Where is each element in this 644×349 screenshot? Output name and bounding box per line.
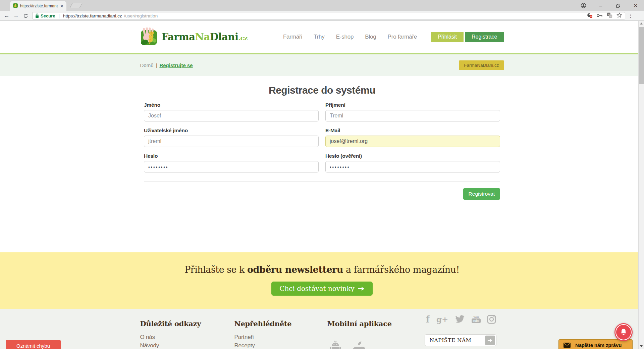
url-path: /user/registration bbox=[124, 13, 158, 18]
username-input[interactable] bbox=[144, 136, 319, 147]
main-nav: Farmáři Trhy E-shop Blog Pro farmáře Při… bbox=[283, 32, 504, 42]
write-us-label: NAPIŠTE NÁM bbox=[430, 337, 485, 343]
form-divider bbox=[144, 181, 500, 182]
logo-text: FarmaNaDlani.cz bbox=[162, 31, 248, 43]
youtube-icon[interactable]: You Tube bbox=[472, 316, 481, 323]
back-button[interactable]: ← bbox=[2, 12, 11, 20]
lock-icon bbox=[35, 13, 39, 18]
footer-link-partneri[interactable]: Partneři bbox=[234, 333, 292, 342]
email-input[interactable] bbox=[325, 136, 500, 147]
site-badge[interactable]: FarmaNaDlani.cz bbox=[459, 60, 504, 70]
facebook-icon[interactable]: f bbox=[426, 315, 430, 324]
first-name-label: Jméno bbox=[144, 102, 319, 108]
footer-heading-links: Důležité odkazy bbox=[140, 319, 201, 328]
browser-tab[interactable]: https://trziste.farmanadla ✕ bbox=[10, 1, 66, 11]
extension-blocker-icon[interactable] bbox=[587, 12, 593, 19]
footer-heading-highlights: Nepřehlédněte bbox=[234, 319, 292, 328]
instagram-icon[interactable] bbox=[487, 315, 496, 324]
field-email: E-Mail bbox=[325, 128, 500, 147]
breadcrumb-current[interactable]: Registrujte se bbox=[159, 62, 193, 68]
refresh-button[interactable] bbox=[21, 12, 30, 20]
field-username: Uživatelské jméno bbox=[144, 128, 319, 147]
scrollbar-thumb[interactable] bbox=[639, 27, 644, 84]
bell-ring bbox=[615, 324, 632, 340]
apple-app-icon[interactable] bbox=[350, 341, 367, 349]
tab-title: https://trziste.farmanadla bbox=[20, 4, 58, 8]
address-bar[interactable]: Secure | https://trziste.farmanadlani.cz… bbox=[32, 12, 625, 19]
registration-section: Registrace do systému Jméno Příjmení Uži… bbox=[0, 85, 644, 252]
submit-registration-button[interactable]: Registrovat bbox=[463, 188, 500, 200]
close-window-button[interactable]: ✕ bbox=[632, 2, 639, 9]
omnibox-separator: | bbox=[58, 13, 60, 18]
field-first-name: Jméno bbox=[144, 102, 319, 121]
login-button[interactable]: Přihlásit bbox=[431, 32, 464, 42]
newsletter-subscribe-button[interactable]: Chci dostávat novinky bbox=[271, 282, 373, 296]
nav-item-blog[interactable]: Blog bbox=[365, 34, 376, 40]
profile-icon[interactable] bbox=[580, 2, 587, 9]
translate-icon[interactable]: Aa bbox=[607, 12, 612, 19]
site-logo[interactable]: FarmaNaDlani.cz bbox=[140, 28, 248, 46]
nav-item-eshop[interactable]: E-shop bbox=[336, 34, 354, 40]
first-name-input[interactable] bbox=[144, 110, 319, 121]
breadcrumb-home[interactable]: Domů bbox=[140, 62, 154, 68]
last-name-input[interactable] bbox=[325, 110, 500, 121]
scrollbar-up-arrow[interactable] bbox=[640, 22, 643, 24]
registration-form: Jméno Příjmení Uživatelské jméno E-Mail … bbox=[144, 102, 500, 172]
write-us-arrow-button[interactable] bbox=[485, 336, 495, 345]
footer-link-recepty[interactable]: Recepty bbox=[234, 342, 292, 349]
footer-col-links: Důležité odkazy O nás Návody Historie O … bbox=[140, 319, 201, 349]
field-password-confirm: Heslo (ověření) bbox=[325, 153, 500, 172]
report-bug-button[interactable]: Oznámit chybu bbox=[6, 340, 61, 349]
field-last-name: Příjmení bbox=[325, 102, 500, 121]
scrollbar-down-arrow[interactable] bbox=[640, 345, 643, 347]
nav-item-trhy[interactable]: Trhy bbox=[314, 34, 325, 40]
svg-text:a: a bbox=[610, 15, 611, 18]
password-confirm-label: Heslo (ověření) bbox=[325, 153, 500, 159]
footer-link-navody[interactable]: Návody bbox=[140, 342, 201, 349]
window-controls: – ✕ bbox=[580, 0, 639, 11]
restore-button[interactable] bbox=[614, 2, 622, 9]
footer-col-apps: Mobilní aplikace bbox=[327, 319, 392, 328]
bookmark-star-icon[interactable] bbox=[616, 12, 622, 19]
page-content: FarmaNaDlani.cz Farmáři Trhy E-shop Blog… bbox=[0, 21, 644, 349]
field-password: Heslo bbox=[144, 153, 319, 172]
last-name-label: Příjmení bbox=[325, 102, 500, 108]
notification-bell-button[interactable] bbox=[614, 323, 633, 341]
arrow-right-icon bbox=[358, 287, 365, 291]
nav-item-farmari[interactable]: Farmáři bbox=[283, 34, 302, 40]
write-us-box[interactable]: NAPIŠTE NÁM bbox=[425, 334, 496, 346]
site-favicon-icon bbox=[13, 3, 18, 9]
register-button[interactable]: Registrace bbox=[465, 32, 504, 42]
newsletter-heading: Přihlašte se k odběru newsletteru a farm… bbox=[0, 252, 644, 275]
nav-item-pro-farmare[interactable]: Pro farmáře bbox=[388, 34, 417, 40]
site-header: FarmaNaDlani.cz Farmáři Trhy E-shop Blog… bbox=[0, 21, 644, 53]
email-label: E-Mail bbox=[325, 128, 500, 134]
password-label: Heslo bbox=[144, 153, 319, 159]
newsletter-band: Přihlašte se k odběru newsletteru a farm… bbox=[0, 252, 644, 309]
footer-heading-apps: Mobilní aplikace bbox=[327, 319, 392, 328]
key-icon[interactable] bbox=[597, 13, 603, 19]
password-input[interactable] bbox=[144, 161, 319, 172]
footer-col-highlights: Nepřehlédněte Partneři Recepty Propagace… bbox=[234, 319, 292, 349]
android-app-icon[interactable] bbox=[327, 341, 343, 349]
logo-hand-icon bbox=[140, 28, 158, 46]
google-plus-icon[interactable]: g+ bbox=[436, 315, 448, 323]
browser-menu-icon[interactable]: ⋮ bbox=[627, 13, 634, 19]
breadcrumb-separator: | bbox=[156, 62, 157, 68]
password-confirm-input[interactable] bbox=[325, 161, 500, 172]
social-icons-row: f g+ You Tube bbox=[426, 315, 496, 324]
envelope-icon bbox=[564, 343, 571, 348]
twitter-icon[interactable] bbox=[455, 315, 465, 323]
tab-strip: https://trziste.farmanadla ✕ – ✕ bbox=[0, 0, 644, 11]
breadcrumb-band: Domů | Registrujte se FarmaNaDlani.cz bbox=[0, 54, 644, 76]
footer-link-o-nas[interactable]: O nás bbox=[140, 333, 201, 342]
url-host: https://trziste.farmanadlani.cz bbox=[63, 13, 122, 18]
page-title: Registrace do systému bbox=[0, 85, 644, 96]
new-tab-button[interactable] bbox=[70, 3, 83, 8]
forward-button[interactable]: → bbox=[11, 12, 21, 20]
tab-close-icon[interactable]: ✕ bbox=[60, 4, 64, 8]
username-label: Uživatelské jméno bbox=[144, 128, 319, 134]
minimize-button[interactable]: – bbox=[597, 2, 604, 9]
page-scrollbar[interactable] bbox=[638, 21, 644, 349]
secure-chip[interactable]: Secure bbox=[35, 13, 55, 18]
